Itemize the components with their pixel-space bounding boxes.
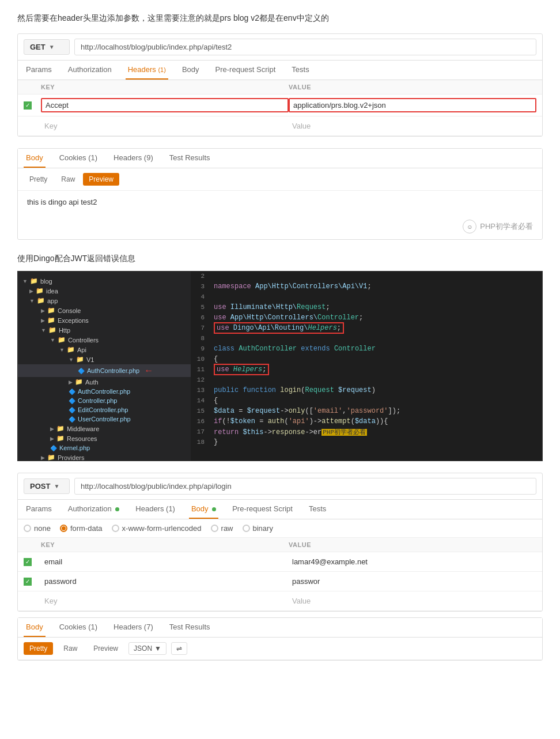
tab-prerequest-2[interactable]: Pre-request Script bbox=[230, 500, 295, 519]
col-value-header-1: VALUE bbox=[289, 84, 536, 91]
resp-tab-testresults-2[interactable]: Test Results bbox=[167, 618, 213, 637]
radio-none[interactable]: none bbox=[24, 524, 51, 533]
resp-tab-cookies-2[interactable]: Cookies (1) bbox=[57, 618, 100, 637]
view-tab-pretty-2[interactable]: Pretty bbox=[24, 642, 53, 655]
watermark-icon-1: ☺ bbox=[463, 220, 476, 233]
resp-tab-body-2[interactable]: Body bbox=[24, 618, 46, 637]
url-input-1[interactable]: http://localhost/blog/public/index.php/a… bbox=[74, 39, 536, 55]
view-tab-raw-2[interactable]: Raw bbox=[58, 642, 83, 655]
json-select[interactable]: JSON ▼ bbox=[128, 642, 167, 655]
col-key-header-2: KEY bbox=[41, 541, 289, 548]
code-line: 13 public function login(Request $reques… bbox=[191, 386, 542, 396]
list-item[interactable]: ▼ 📁 Http bbox=[18, 325, 191, 335]
code-line: 2 bbox=[191, 272, 542, 282]
list-item[interactable]: ▶ 📁 Auth bbox=[18, 377, 191, 387]
radio-group: none form-data x-www-form-urlencoded raw… bbox=[18, 519, 542, 538]
line-content: use Dingo\Api\Routing\Helpers; bbox=[211, 324, 542, 333]
line-number: 3 bbox=[191, 282, 211, 292]
tree-label: UserController.php bbox=[78, 416, 131, 423]
key-field-accept[interactable]: Accept bbox=[41, 98, 289, 112]
list-item[interactable]: ▶ 📁 Console bbox=[18, 306, 191, 315]
radio-circle-none bbox=[24, 525, 31, 532]
checkbox-email[interactable]: ✓ bbox=[24, 558, 41, 566]
view-tab-raw-1[interactable]: Raw bbox=[55, 173, 81, 186]
tab-params-1[interactable]: Params bbox=[24, 61, 54, 80]
radio-circle-urlencoded bbox=[112, 525, 119, 532]
chevron-down-icon: ▼ bbox=[22, 278, 28, 284]
method-select-1[interactable]: GET ▼ bbox=[24, 39, 70, 55]
tab-headers-1[interactable]: Headers (1) bbox=[126, 61, 168, 80]
line-number: 15 bbox=[191, 407, 211, 416]
list-item[interactable]: 🔷 Controller.php bbox=[18, 396, 191, 405]
code-screenshot: ▼ 📁 blog ▶ 📁 idea ▼ 📁 app ▶ 📁 Console ▶ bbox=[17, 271, 543, 461]
url-bar-2: POST ▼ http://localhost/blog/public/inde… bbox=[18, 473, 542, 500]
section-heading: 使用Dingo配合JWT返回错误信息 bbox=[17, 254, 543, 264]
resp-tab-headers-1[interactable]: Headers (9) bbox=[111, 149, 156, 168]
url-input-2[interactable]: http://localhost/blog/public/index.php/a… bbox=[74, 478, 536, 495]
chevron-right-icon: ▶ bbox=[41, 308, 45, 314]
list-item[interactable]: ▼ 📁 app bbox=[18, 296, 191, 306]
format-button[interactable]: ⇌ bbox=[171, 642, 187, 655]
list-item[interactable]: 🔷 Kernel.php bbox=[18, 443, 191, 453]
radio-binary[interactable]: binary bbox=[243, 524, 273, 533]
resp-tab-body-1[interactable]: Body bbox=[24, 149, 46, 168]
value-field-email[interactable]: lamar49@example.net bbox=[289, 556, 536, 568]
tab-tests-2[interactable]: Tests bbox=[307, 500, 328, 519]
checkbox-password[interactable]: ✓ bbox=[24, 578, 41, 586]
line-number: 2 bbox=[191, 272, 211, 281]
resp-tab-headers-2[interactable]: Headers (7) bbox=[111, 618, 156, 637]
code-line: 4 bbox=[191, 292, 542, 303]
list-item[interactable]: ▶ 📁 Providers bbox=[18, 453, 191, 461]
list-item[interactable]: ▼ 📁 Api bbox=[18, 345, 191, 355]
list-item[interactable]: ▼ 📁 blog bbox=[18, 276, 191, 286]
list-item[interactable]: 🔷 EditController.php bbox=[18, 405, 191, 414]
resp-tab-testresults-1[interactable]: Test Results bbox=[167, 149, 213, 168]
value-placeholder-2[interactable]: Value bbox=[289, 595, 536, 607]
tab-params-2[interactable]: Params bbox=[24, 500, 54, 519]
tab-tests-1[interactable]: Tests bbox=[289, 61, 311, 80]
list-item[interactable]: ▼ 📁 Controllers bbox=[18, 335, 191, 345]
view-tab-pretty-1[interactable]: Pretty bbox=[24, 173, 53, 186]
list-item[interactable]: ▶ 📁 Exceptions bbox=[18, 315, 191, 325]
method-select-2[interactable]: POST ▼ bbox=[24, 478, 70, 494]
list-item[interactable]: ▼ 📁 V1 bbox=[18, 355, 191, 364]
radio-raw-label: raw bbox=[221, 524, 233, 533]
key-field-password[interactable]: password bbox=[41, 575, 289, 587]
key-field-email[interactable]: email bbox=[41, 556, 289, 568]
list-item[interactable]: 🔷 UserController.php bbox=[18, 414, 191, 424]
radio-binary-label: binary bbox=[253, 524, 273, 533]
line-number: 6 bbox=[191, 314, 211, 323]
tree-label: Middleware bbox=[67, 425, 99, 432]
resp-tab-cookies-1[interactable]: Cookies (1) bbox=[57, 149, 100, 168]
list-item[interactable]: 🔷 AuthController.php ← bbox=[18, 364, 191, 377]
list-item[interactable]: 🔷 AuthController.php bbox=[18, 387, 191, 396]
php-file-icon: 🔷 bbox=[69, 398, 75, 404]
key-placeholder-1[interactable]: Key bbox=[41, 120, 289, 132]
tab-prerequest-1[interactable]: Pre-request Script bbox=[213, 61, 278, 80]
checkbox-accept[interactable]: ✓ bbox=[24, 101, 41, 110]
line-content bbox=[211, 272, 542, 281]
radio-urlencoded[interactable]: x-www-form-urlencoded bbox=[112, 524, 202, 533]
key-placeholder-2[interactable]: Key bbox=[41, 595, 289, 607]
view-tab-preview-2[interactable]: Preview bbox=[88, 642, 124, 655]
list-item[interactable]: ▶ 📁 Middleware bbox=[18, 424, 191, 433]
tree-label: V1 bbox=[86, 356, 94, 363]
table-row: Key Value bbox=[18, 591, 542, 611]
view-tab-preview-1[interactable]: Preview bbox=[83, 173, 119, 186]
response-tabs-2: Body Cookies (1) Headers (7) Test Result… bbox=[18, 618, 542, 638]
tree-label: Controller.php bbox=[78, 397, 118, 404]
value-field-password[interactable]: passwor bbox=[289, 575, 536, 587]
tabs-row-1: Params Authorization Headers (1) Body Pr… bbox=[18, 61, 542, 80]
tab-body-1[interactable]: Body bbox=[180, 61, 202, 80]
radio-formdata[interactable]: form-data bbox=[60, 524, 103, 533]
radio-raw[interactable]: raw bbox=[211, 524, 233, 533]
tab-authorization-1[interactable]: Authorization bbox=[66, 61, 114, 80]
tab-body-2[interactable]: Body bbox=[189, 500, 218, 519]
tab-authorization-2[interactable]: Authorization bbox=[66, 500, 122, 519]
list-item[interactable]: ▶ 📁 idea bbox=[18, 286, 191, 296]
folder-icon: 📁 bbox=[58, 336, 66, 344]
value-field-accept[interactable]: application/prs.blog.v2+json bbox=[289, 98, 536, 112]
list-item[interactable]: ▶ 📁 Resources bbox=[18, 433, 191, 443]
value-placeholder-1[interactable]: Value bbox=[289, 120, 536, 132]
tab-headers-2[interactable]: Headers (1) bbox=[133, 500, 177, 519]
